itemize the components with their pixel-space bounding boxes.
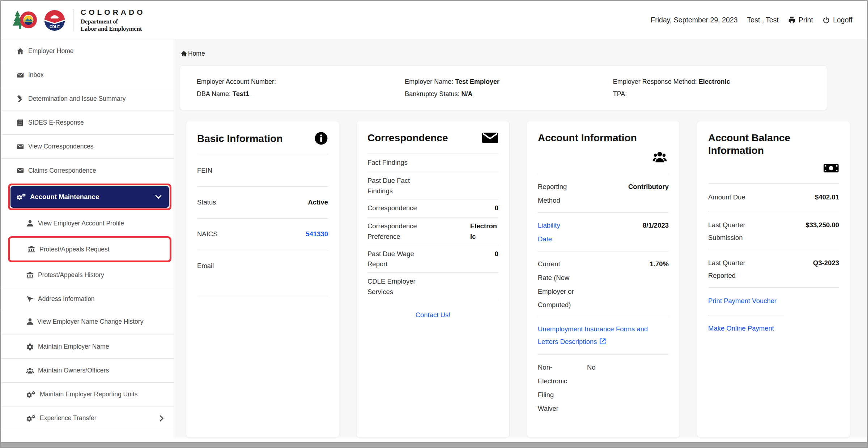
cogs-icon bbox=[26, 391, 36, 399]
bankruptcy-status-value: N/A bbox=[461, 90, 472, 98]
current-rate-row: Current Rate (New Employer or Computed) … bbox=[538, 251, 669, 317]
sidebar-item-determination-summary[interactable]: Determination and Issue Summary bbox=[1, 87, 174, 111]
cdle-employer-services-row: CDLE Employer Services bbox=[367, 272, 498, 300]
users-icon bbox=[651, 150, 669, 164]
home-icon bbox=[16, 47, 24, 55]
envelope-icon bbox=[482, 132, 498, 144]
logo-divider bbox=[73, 9, 73, 31]
logo-text: COLORADO Department of Labor and Employm… bbox=[81, 8, 145, 33]
logoff-button[interactable]: Logoff bbox=[822, 16, 852, 24]
envelope-icon bbox=[16, 71, 24, 79]
sidebar-item-maintain-owners-officers[interactable]: Maintain Owners/Officers bbox=[1, 359, 174, 383]
tpa-label: TPA: bbox=[613, 90, 627, 98]
status-row: Status Active bbox=[197, 186, 328, 218]
bank-icon bbox=[27, 245, 35, 253]
sidebar-item-maintain-employer-name[interactable]: Maintain Employer Name bbox=[1, 335, 174, 359]
svg-text:CDLE: CDLE bbox=[50, 25, 60, 29]
make-online-payment-row: Make Online Payment bbox=[708, 315, 839, 343]
print-payment-voucher-link[interactable]: Print Payment Voucher bbox=[708, 297, 776, 305]
dba-name-label: DBA Name: bbox=[197, 90, 231, 98]
liability-date-link[interactable]: Liability Date bbox=[538, 219, 574, 246]
reporting-method-row: Reporting Method Contributory bbox=[538, 174, 669, 212]
cdle-logo: CDLE COLORADO Department of Labor and Em… bbox=[12, 8, 145, 33]
user-icon bbox=[26, 219, 34, 227]
chevron-down-icon bbox=[154, 193, 162, 201]
employer-response-method-value: Electronic bbox=[699, 78, 730, 85]
sidebar-item-experience-transfer[interactable]: Experience Transfer bbox=[1, 406, 174, 430]
sidebar-item-address-information[interactable]: Address Information bbox=[1, 287, 174, 311]
correspondence-count-row: Correspondence 0 bbox=[367, 199, 498, 217]
employer-name-value: Test Employer bbox=[455, 78, 499, 85]
sidebar-item-view-employer-name-change-history[interactable]: View Employer Name Change History bbox=[1, 311, 174, 335]
location-arrow-icon bbox=[26, 295, 34, 303]
logo-title: COLORADO bbox=[81, 8, 145, 17]
basic-information-card: Basic Information FEIN Status Active NAI… bbox=[186, 121, 339, 438]
sidebar-item-inbox[interactable]: Inbox bbox=[1, 63, 174, 87]
employer-account-number-label: Employer Account Number: bbox=[197, 78, 276, 85]
horizontal-scrollbar[interactable] bbox=[1, 442, 867, 447]
fein-row: FEIN bbox=[197, 155, 328, 186]
fact-findings-row: Fact Findings bbox=[367, 154, 498, 172]
summary-col-2: Employer Name: Test Employer Bankruptcy … bbox=[405, 76, 602, 100]
logged-in-user: Test , Test bbox=[747, 16, 779, 24]
make-online-payment-link[interactable]: Make Online Payment bbox=[708, 324, 774, 332]
print-payment-voucher-row: Print Payment Voucher bbox=[708, 287, 839, 315]
external-link-icon bbox=[599, 337, 607, 345]
breadcrumb[interactable]: Home bbox=[180, 50, 854, 57]
email-row: Email bbox=[197, 250, 328, 297]
cogs-icon bbox=[16, 193, 26, 201]
current-date: Friday, September 29, 2023 bbox=[651, 16, 737, 24]
annotation-box-protest-appeals-request: Protest/Appeals Request bbox=[8, 236, 171, 262]
app-header: CDLE COLORADO Department of Labor and Em… bbox=[1, 1, 867, 39]
logo-subtitle-2: Labor and Employment bbox=[81, 25, 145, 33]
cogs-icon bbox=[26, 414, 36, 422]
money-bill-icon bbox=[823, 163, 839, 174]
amount-due-row: Amount Due $402.01 bbox=[708, 183, 839, 211]
summary-col-1: Employer Account Number: DBA Name: Test1 bbox=[197, 76, 394, 100]
bankruptcy-status-label: Bankruptcy Status: bbox=[405, 90, 459, 98]
sidebar-item-account-maintenance[interactable]: Account Maintenance bbox=[10, 186, 169, 208]
sidebar-item-protest-appeals-history[interactable]: Protest/Appeals History bbox=[1, 263, 174, 287]
annotation-box-account-maintenance: Account Maintenance bbox=[8, 184, 171, 210]
sidebar-item-protest-appeals-request[interactable]: Protest/Appeals Request bbox=[10, 239, 169, 260]
sidebar-item-sides-eresponse[interactable]: SIDES E-Response bbox=[1, 111, 174, 135]
account-balance-title: Account Balance Information bbox=[708, 132, 839, 157]
bank-icon bbox=[26, 271, 34, 279]
chevron-right-icon bbox=[158, 414, 166, 422]
logo-subtitle-1: Department of bbox=[81, 18, 145, 25]
summary-col-3: Employer Response Method: Electronic TPA… bbox=[613, 76, 810, 100]
sidebar-item-view-correspondences[interactable]: View Correspondences bbox=[1, 135, 174, 159]
sidebar-item-employer-home[interactable]: Employer Home bbox=[1, 39, 174, 63]
ui-forms-letters-link[interactable]: Unemployment Insurance Forms and Letters… bbox=[538, 325, 648, 345]
users-icon bbox=[26, 367, 34, 375]
last-quarter-reported-row: Last Quarter Reported Q3-2023 bbox=[708, 249, 839, 287]
naics-code-link[interactable]: 541330 bbox=[306, 228, 328, 240]
sidebar-nav: Employer Home Inbox Determination and Is… bbox=[1, 39, 174, 438]
account-information-card: Account Information Reporting Method Con… bbox=[527, 121, 680, 438]
gavel-icon bbox=[16, 95, 24, 103]
cdle-badge-icon: CDLE bbox=[44, 9, 65, 31]
ui-forms-row: Unemployment Insurance Forms and Letters… bbox=[538, 317, 669, 354]
account-information-title: Account Information bbox=[538, 132, 637, 144]
past-due-fact-findings-row: Past Due Fact Findings bbox=[367, 172, 498, 199]
account-balance-card: Account Balance Information Amount Due $… bbox=[697, 121, 850, 438]
contact-us-link[interactable]: Contact Us! bbox=[416, 311, 451, 319]
sidebar-item-maintain-employer-reporting-units[interactable]: Maintain Employer Reporting Units bbox=[1, 383, 174, 406]
liability-date-row: Liability Date 8/1/2023 bbox=[538, 212, 669, 251]
main-content: Home Employer Account Number: DBA Name: … bbox=[174, 39, 867, 438]
employer-summary-bar: Employer Account Number: DBA Name: Test1… bbox=[180, 65, 827, 110]
basic-information-title: Basic Information bbox=[197, 132, 282, 145]
non-electronic-filing-waiver-row: Non-Electronic Filing Waiver No bbox=[538, 354, 669, 421]
print-icon bbox=[788, 16, 796, 24]
correspondence-preference-row: Correspondence Preference Electronic bbox=[367, 217, 498, 245]
naics-row: NAICS 541330 bbox=[197, 218, 328, 250]
colorado-state-logo-icon bbox=[12, 8, 39, 32]
home-icon bbox=[180, 50, 187, 57]
sidebar-item-view-employer-account-profile[interactable]: View Employer Account Profile bbox=[1, 211, 174, 235]
info-circle-icon[interactable] bbox=[314, 132, 328, 145]
sidebar-item-claims-correspondence[interactable]: Claims Correspondence bbox=[1, 159, 174, 182]
print-button[interactable]: Print bbox=[788, 16, 813, 24]
header-actions: Friday, September 29, 2023 Test , Test P… bbox=[651, 16, 852, 24]
power-icon bbox=[822, 16, 830, 24]
envelope-icon bbox=[16, 143, 24, 151]
